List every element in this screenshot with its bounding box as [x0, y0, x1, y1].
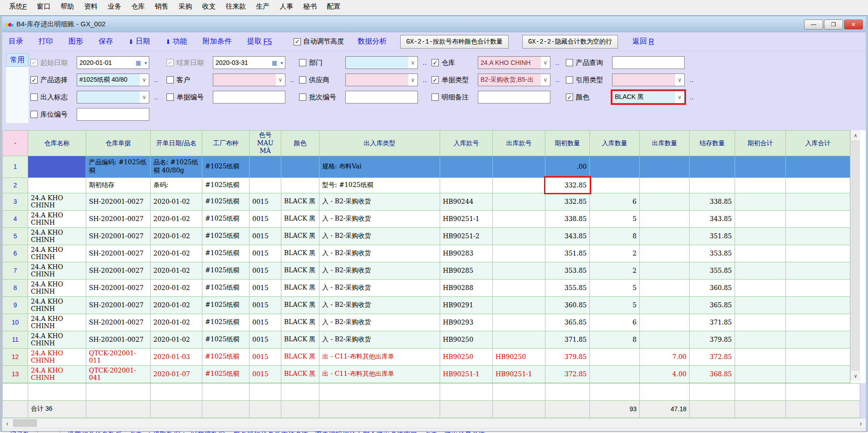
table-cell[interactable]: 入 - B2-采购收货 — [319, 296, 440, 314]
table-cell[interactable]: 2 — [590, 262, 640, 279]
table-cell[interactable]: SH-202001-0027 — [86, 314, 151, 331]
filter-text-input[interactable] — [77, 108, 149, 121]
menu-item[interactable]: 采购 — [174, 1, 196, 12]
row-number-cell[interactable]: 6 — [3, 245, 28, 262]
table-cell[interactable] — [440, 177, 493, 193]
auto-height-toggle[interactable]: ✓ 自动调节高度 — [294, 37, 344, 46]
table-cell[interactable]: 24.A KHO CHINH — [28, 314, 86, 331]
table-cell[interactable]: SH-202001-0027 — [86, 227, 151, 245]
table-cell[interactable]: #1025纸襉 — [202, 227, 250, 245]
table-cell[interactable]: 5 — [590, 296, 640, 314]
table-cell[interactable]: 355.85 — [690, 262, 735, 279]
table-cell[interactable] — [493, 331, 545, 348]
table-cell[interactable]: BLACK 黑 — [281, 210, 319, 227]
menu-item[interactable]: 人事 — [275, 1, 298, 12]
table-cell[interactable]: .00 — [545, 156, 590, 177]
table-cell[interactable] — [493, 227, 545, 245]
table-cell[interactable]: 0015 — [250, 314, 281, 331]
chevron-down-icon[interactable]: ∨ — [675, 91, 684, 103]
table-cell[interactable] — [281, 156, 319, 177]
table-cell[interactable] — [735, 156, 786, 177]
row-number-cell[interactable]: 13 — [3, 365, 28, 383]
table-cell[interactable] — [786, 210, 850, 227]
table-cell[interactable]: 2020-01-02 — [151, 279, 202, 296]
table-cell[interactable]: 入 - B2-采购收货 — [319, 279, 440, 296]
table-cell[interactable]: 0015 — [250, 348, 281, 365]
filter-checkbox[interactable] — [30, 111, 38, 118]
table-cell[interactable]: 24.A KHO CHINH — [28, 365, 86, 383]
table-cell[interactable] — [690, 177, 735, 193]
column-header[interactable]: 仓库名称 — [28, 131, 86, 156]
table-cell[interactable]: 入 - B2-采购收货 — [319, 245, 440, 262]
table-cell[interactable] — [640, 279, 690, 296]
table-cell[interactable] — [640, 331, 690, 348]
table-cell[interactable]: SH-202001-0027 — [86, 279, 151, 296]
filter-checkbox[interactable] — [30, 93, 38, 101]
table-cell[interactable]: 0015 — [250, 210, 281, 227]
table-cell[interactable]: 0015 — [250, 262, 281, 279]
table-cell[interactable]: HB90283 — [440, 245, 493, 262]
filter-checkbox[interactable]: ✓ — [30, 59, 38, 66]
chevron-down-icon[interactable]: ∨ — [675, 74, 684, 86]
scroll-left-icon[interactable]: ‹ — [2, 418, 12, 428]
row-number-cell[interactable]: 2 — [3, 177, 28, 193]
filter-checkbox[interactable]: ✓ — [432, 59, 439, 66]
table-cell[interactable]: 24.A KHO CHINH — [28, 279, 86, 296]
chevron-down-icon[interactable]: ∨ — [408, 57, 417, 69]
table-cell[interactable]: HB90250 — [493, 348, 545, 365]
chevron-down-icon[interactable]: ∨ — [408, 74, 417, 86]
table-cell[interactable]: 360.85 — [690, 279, 735, 296]
table-cell[interactable] — [786, 314, 850, 331]
column-header[interactable]: 入库数量 — [590, 131, 640, 156]
table-cell[interactable]: 332.85 — [545, 193, 590, 210]
table-cell[interactable]: 24.A KHO CHINH — [28, 245, 86, 262]
row-number-cell[interactable]: 10 — [3, 314, 28, 331]
table-cell[interactable]: 24.A KHO CHINH — [28, 262, 86, 279]
table-cell[interactable]: HB90244 — [440, 193, 493, 210]
column-header[interactable]: - — [3, 131, 28, 156]
filter-checkbox[interactable] — [432, 93, 439, 101]
table-cell[interactable]: 入 - B2-采购收货 — [319, 262, 440, 279]
filter-select[interactable]: ∨ — [612, 74, 685, 86]
table-cell[interactable] — [440, 156, 493, 177]
chevron-down-icon[interactable]: ▾ — [142, 57, 149, 69]
column-header[interactable]: 期初合计 — [735, 131, 786, 156]
table-cell[interactable]: 0015 — [250, 296, 281, 314]
menu-item[interactable]: 帮助 — [56, 1, 78, 12]
menu-item[interactable]: 仓库 — [127, 1, 149, 12]
table-cell[interactable] — [250, 177, 281, 193]
table-cell[interactable]: HB90285 — [440, 262, 493, 279]
filter-select[interactable]: B2-采购收货,B5-出∨ — [478, 74, 550, 86]
table-cell[interactable]: SH-202001-0027 — [86, 245, 151, 262]
ellipsis-picker[interactable]: ‥ — [154, 93, 159, 101]
table-cell[interactable]: BLACK 黑 — [281, 365, 319, 383]
table-cell[interactable]: 24.A KHO CHINH — [28, 348, 86, 365]
annotated-cell[interactable]: 332.85 — [545, 177, 590, 193]
table-cell[interactable] — [281, 177, 319, 193]
table-cell[interactable]: QTCK-202001-011 — [86, 348, 151, 365]
table-cell[interactable]: 2020-01-02 — [151, 331, 202, 348]
menu-item[interactable]: 配置 — [322, 1, 345, 12]
table-cell[interactable] — [590, 365, 640, 383]
filter-checkbox[interactable] — [566, 59, 573, 66]
filter-checkbox[interactable] — [299, 59, 306, 66]
table-cell[interactable] — [28, 156, 86, 177]
column-header[interactable]: 颜色 — [281, 131, 319, 156]
table-cell[interactable]: #1025纸襉 — [202, 210, 250, 227]
table-cell[interactable]: 入 - B2-采购收货 — [319, 227, 440, 245]
table-cell[interactable]: 入 - B2-采购收货 — [319, 210, 440, 227]
table-cell[interactable] — [735, 296, 786, 314]
toolbar-link[interactable]: 目录 — [9, 37, 23, 46]
row-number-cell[interactable]: 9 — [3, 296, 28, 314]
table-cell[interactable]: 2020-01-07 — [151, 365, 202, 383]
table-cell[interactable] — [493, 210, 545, 227]
table-cell[interactable]: 产品编码: #1025纸襉 — [86, 156, 151, 177]
scroll-right-icon[interactable]: › — [856, 418, 866, 428]
table-cell[interactable]: BLACK 黑 — [281, 227, 319, 245]
menu-item[interactable]: 业务 — [103, 1, 126, 12]
table-cell[interactable] — [493, 314, 545, 331]
table-cell[interactable]: #1025纸襉 — [202, 177, 250, 193]
filter-checkbox[interactable] — [167, 76, 174, 84]
table-cell[interactable]: BLACK 黑 — [281, 331, 319, 348]
table-cell[interactable]: #1025纸襉 — [202, 193, 250, 210]
